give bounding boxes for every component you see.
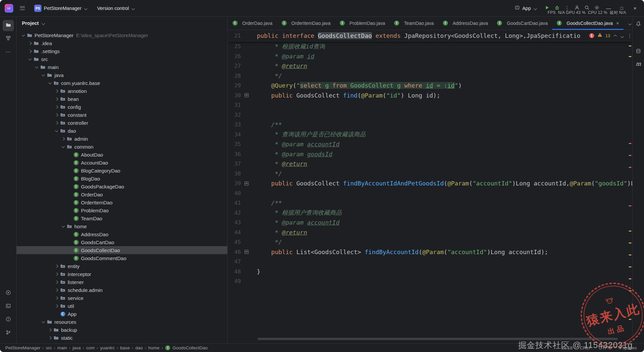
tree-item-resources[interactable]: resources	[17, 318, 227, 326]
chevron-right-icon[interactable]	[53, 281, 60, 283]
stripe-mark[interactable]	[629, 266, 631, 267]
stripe-mark[interactable]	[629, 143, 631, 144]
tree-item-annotion[interactable]: annotion	[17, 87, 227, 95]
toolwindow-problems-button[interactable]	[3, 314, 14, 325]
code-line-text[interactable]: * 查询该用户是否已经收藏该商品	[257, 130, 366, 138]
line-number[interactable]: 46	[228, 249, 241, 255]
chevron-right-icon[interactable]	[53, 106, 60, 108]
tree-item-orderitemdao[interactable]: IOrderItemDao	[17, 198, 227, 206]
breadcrumb-item-src[interactable]: src	[45, 345, 52, 350]
tab-options-icon[interactable]: ⋮	[637, 20, 642, 26]
breadcrumb-item-com[interactable]: com	[86, 345, 96, 350]
line-number[interactable]: 44	[228, 229, 241, 236]
code-line-text[interactable]: */	[257, 239, 282, 246]
chevron-down-icon[interactable]	[40, 74, 46, 76]
chevron-right-icon[interactable]	[53, 114, 60, 116]
tree-item-goodscommentdao[interactable]: IGoodsCommentDao	[17, 254, 227, 262]
stripe-mark[interactable]	[629, 56, 631, 57]
chevron-right-icon[interactable]	[53, 273, 60, 275]
line-number[interactable]: 35	[228, 141, 241, 147]
close-window-button[interactable]: ×	[631, 4, 639, 13]
chevron-right-icon[interactable]	[46, 329, 53, 331]
line-number[interactable]: 48	[228, 268, 241, 275]
query-method-gutter-icon[interactable]	[241, 249, 257, 254]
chevron-right-icon[interactable]	[53, 98, 60, 100]
line-number[interactable]: 34	[228, 131, 241, 138]
toolwindow-git-button[interactable]	[3, 327, 14, 339]
code-line-text[interactable]: * 根据用户查询收藏商品	[257, 209, 342, 217]
tree-item-orderdao[interactable]: IOrderDao	[17, 190, 227, 198]
tree-item-problemdao[interactable]: IProblemDao	[17, 206, 227, 214]
tab-orderdao-java[interactable]: IOrderDao.java	[228, 17, 277, 30]
database-toolwindow-button[interactable]	[636, 48, 641, 55]
inspection-options-icon[interactable]: ⋮	[627, 32, 632, 39]
line-number[interactable]: 38	[228, 171, 241, 177]
more-tool-windows-button[interactable]: ⋯	[3, 46, 14, 58]
breadcrumb-item-home[interactable]: home	[148, 345, 160, 350]
tree-item-interceptor[interactable]: interceptor	[17, 270, 227, 278]
chevron-down-icon[interactable]	[53, 130, 60, 132]
chevron-down-icon[interactable]	[60, 146, 66, 148]
line-number[interactable]: 45	[228, 239, 241, 245]
previous-problem-icon[interactable]	[613, 32, 617, 39]
chevron-right-icon[interactable]	[53, 289, 60, 291]
breadcrumb-item-yuanlrc[interactable]: yuanlrc	[100, 345, 115, 350]
chevron-right-icon[interactable]	[60, 138, 66, 140]
tree-item-dao[interactable]: dao	[17, 127, 227, 135]
code-line-text[interactable]: @Query("select g from GoodsCollect g whe…	[257, 82, 462, 89]
tree-item-teamdao[interactable]: ITeamDao	[17, 214, 227, 222]
run-configuration-button[interactable]: App	[512, 3, 540, 13]
chevron-down-icon[interactable]	[33, 66, 40, 68]
tree-item-goodspackagedao[interactable]: IGoodsPackageDao	[17, 182, 227, 190]
line-number[interactable]: 40	[228, 190, 241, 196]
tree-item-goodscollectdao[interactable]: IGoodsCollectDao	[17, 246, 227, 254]
chevron-down-icon[interactable]	[27, 58, 33, 60]
line-number[interactable]: 41	[228, 200, 241, 206]
tab-addressdao-java[interactable]: IAddressDao.java	[438, 17, 492, 30]
toolwindow-structure-button[interactable]	[3, 33, 14, 44]
stripe-mark[interactable]	[629, 231, 631, 232]
line-number[interactable]: 43	[228, 219, 241, 226]
line-number[interactable]: 36	[228, 151, 241, 157]
chevron-right-icon[interactable]	[46, 337, 53, 339]
code-line-text[interactable]: */	[257, 72, 282, 79]
tree-item-addressdao[interactable]: IAddressDao	[17, 230, 227, 238]
query-method-gutter-icon[interactable]	[241, 181, 257, 186]
tree-item-idea[interactable]: .idea	[17, 39, 227, 47]
code-line-text[interactable]: * 根据收藏id查询	[257, 42, 325, 50]
code-line-text[interactable]: /**	[257, 121, 282, 128]
tree-item-blogcategorydao[interactable]: IBlogCategoryDao	[17, 167, 227, 175]
stripe-mark[interactable]	[629, 254, 631, 255]
line-number[interactable]: 32	[228, 112, 241, 118]
toolwindow-terminal-button[interactable]	[3, 301, 14, 312]
tree-item-config[interactable]: config	[17, 103, 227, 111]
warning-icon[interactable]	[597, 32, 603, 39]
chevron-right-icon[interactable]	[53, 122, 60, 124]
tree-item-common[interactable]: common	[17, 143, 227, 151]
line-number[interactable]: 47	[228, 258, 241, 265]
tab-orderitemdao-java[interactable]: IOrderItemDao.java	[277, 17, 335, 30]
code-line-text[interactable]: */	[257, 170, 282, 177]
tree-item-main[interactable]: main	[17, 63, 227, 71]
project-widget-button[interactable]: PS PetStoreManager	[32, 3, 91, 14]
code-line-text[interactable]: }	[257, 268, 260, 275]
code-line-text[interactable]: public GoodsCollect find(@Param("id") Lo…	[257, 92, 440, 99]
chevron-right-icon[interactable]	[27, 50, 33, 52]
line-number[interactable]: 31	[228, 102, 241, 108]
code-line-text[interactable]: * @return	[257, 229, 307, 236]
line-number[interactable]: 29	[228, 82, 241, 89]
chevron-down-icon[interactable]	[60, 225, 66, 228]
tab-teamdao-java[interactable]: ITeamDao.java	[390, 17, 438, 30]
code-line-text[interactable]: * @return	[257, 160, 307, 167]
chevron-right-icon[interactable]	[27, 42, 33, 44]
code-area[interactable]: 25 * 根据收藏id查询26 * @param id27 * @return2…	[228, 41, 632, 343]
tree-item-java[interactable]: java	[17, 71, 227, 79]
stripe-mark[interactable]	[629, 167, 631, 168]
tree-item-constant[interactable]: constant	[17, 111, 227, 119]
version-control-button[interactable]: Version control	[95, 4, 138, 13]
error-count-badge[interactable]: 1	[589, 33, 594, 38]
breadcrumb-item-goodscollectdao[interactable]: IGoodsCollectDao	[164, 345, 208, 351]
tree-item-aboutdao[interactable]: IAboutDao	[17, 151, 227, 159]
line-number[interactable]: 30	[228, 92, 241, 99]
tree-item-schedule-admin[interactable]: schedule.admin	[17, 286, 227, 294]
